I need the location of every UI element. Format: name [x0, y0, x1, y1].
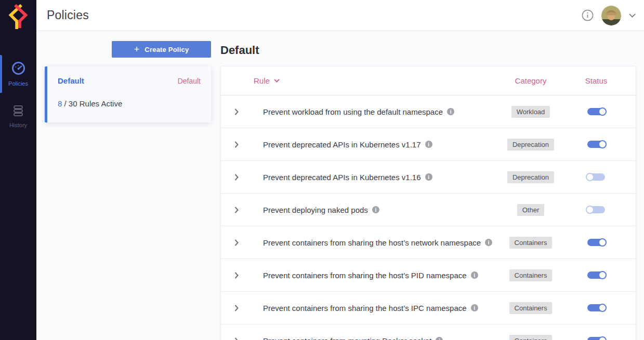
sidebar-item-policies[interactable]: Policies	[0, 56, 36, 92]
table-row: Prevent deprecated APIs in Kubernetes v1…	[221, 161, 636, 194]
rule-info-icon[interactable]: i	[471, 304, 478, 311]
category-badge: Other	[517, 204, 545, 216]
column-header-category: Category	[515, 76, 547, 85]
row-expand-button[interactable]	[221, 239, 263, 246]
column-header-status: Status	[585, 76, 608, 85]
rule-name: Prevent containers from sharing the host…	[263, 304, 467, 312]
category-badge: Containers	[509, 302, 553, 314]
rule-info-icon[interactable]: i	[471, 271, 478, 279]
rules-table-header: Rule Category Status	[221, 66, 636, 96]
gauge-icon	[11, 61, 25, 75]
row-expand-button[interactable]	[221, 305, 263, 311]
rule-toggle[interactable]	[587, 237, 605, 248]
rule-name: Prevent containers from sharing the host…	[263, 271, 467, 280]
create-policy-button[interactable]: + Create Policy	[112, 41, 211, 58]
category-badge: Containers	[509, 269, 553, 281]
sidebar: Policies History	[0, 0, 36, 340]
chevron-right-icon	[234, 239, 239, 246]
rule-toggle[interactable]	[587, 303, 605, 313]
row-expand-button[interactable]	[221, 272, 263, 279]
app-logo[interactable]	[0, 0, 36, 32]
chevron-right-icon	[234, 272, 239, 279]
row-expand-button[interactable]	[221, 174, 263, 181]
chevron-right-icon	[234, 337, 239, 340]
table-row: Prevent workload from using the default …	[221, 96, 636, 128]
sidebar-item-label: History	[0, 122, 36, 128]
history-icon	[12, 104, 24, 117]
content-area: + Create Policy Default Default 8 / 30 R…	[36, 31, 644, 340]
rule-toggle[interactable]	[587, 335, 605, 340]
row-expand-button[interactable]	[221, 108, 263, 115]
rule-name: Prevent deploying naked pods	[263, 206, 368, 214]
table-row: Prevent containers from sharing the host…	[221, 292, 636, 324]
policy-name: Default	[58, 76, 84, 85]
rule-toggle[interactable]	[587, 205, 605, 215]
top-header: Policies	[36, 0, 644, 31]
avatar[interactable]	[601, 6, 621, 25]
sort-chevron-down-icon	[274, 79, 280, 83]
rule-info-icon[interactable]: i	[425, 173, 432, 181]
rule-info-icon[interactable]: i	[372, 206, 379, 213]
chevron-right-icon	[234, 174, 239, 181]
rule-name: Prevent workload from using the default …	[263, 107, 443, 116]
table-row: Prevent containers from mounting Docker …	[221, 324, 636, 340]
row-expand-button[interactable]	[221, 337, 263, 340]
category-badge: Containers	[509, 335, 553, 340]
sidebar-nav: Policies History	[0, 56, 36, 133]
chevron-down-icon[interactable]	[629, 13, 638, 18]
rule-toggle[interactable]	[587, 106, 605, 117]
column-header-rule[interactable]: Rule	[221, 76, 494, 85]
table-row: Prevent containers from sharing the host…	[221, 226, 636, 259]
category-badge: Deprecation	[507, 139, 554, 151]
rule-toggle[interactable]	[587, 139, 605, 149]
rule-toggle[interactable]	[587, 172, 605, 182]
rule-toggle[interactable]	[587, 270, 605, 280]
page-title: Policies	[36, 8, 89, 22]
category-badge: Deprecation	[507, 171, 554, 183]
table-row: Prevent deploying naked podsi Other	[221, 194, 636, 226]
policy-detail: Default Rule Category Status Prev	[220, 31, 636, 340]
chevron-right-icon	[234, 141, 239, 148]
chevron-right-icon	[234, 207, 239, 213]
rules-table: Rule Category Status Prevent workload fr…	[220, 66, 636, 340]
rule-info-icon[interactable]: i	[447, 108, 454, 115]
rule-name: Prevent deprecated APIs in Kubernetes v1…	[263, 140, 421, 149]
chevron-right-icon	[234, 108, 239, 115]
table-row: Prevent containers from sharing the host…	[221, 259, 636, 292]
chevron-right-icon	[234, 305, 239, 311]
rule-name: Prevent containers from mounting Docker …	[263, 336, 431, 340]
policy-title: Default	[220, 44, 636, 57]
rule-info-icon[interactable]: i	[485, 239, 492, 246]
table-row: Prevent deprecated APIs in Kubernetes v1…	[221, 128, 636, 161]
policy-list-item-default[interactable]: Default Default 8 / 30 Rules Active	[45, 66, 211, 123]
rule-name: Prevent containers from sharing the host…	[263, 238, 481, 247]
rules-active-summary: 8 / 30 Rules Active	[58, 99, 201, 108]
row-expand-button[interactable]	[221, 207, 263, 213]
datree-logo-icon	[6, 4, 30, 30]
header-actions	[581, 6, 644, 25]
rule-name: Prevent deprecated APIs in Kubernetes v1…	[263, 173, 421, 182]
category-badge: Workload	[511, 106, 550, 118]
row-expand-button[interactable]	[221, 141, 263, 148]
policy-type-badge: Default	[178, 77, 201, 85]
sidebar-item-label: Policies	[0, 80, 36, 87]
plus-icon: +	[134, 45, 140, 54]
policies-panel: + Create Policy Default Default 8 / 30 R…	[45, 41, 211, 123]
rule-info-icon[interactable]: i	[436, 337, 443, 340]
category-badge: Containers	[509, 237, 553, 249]
info-icon[interactable]	[581, 9, 594, 22]
rule-info-icon[interactable]: i	[425, 141, 432, 148]
sidebar-item-history[interactable]: History	[0, 99, 36, 133]
